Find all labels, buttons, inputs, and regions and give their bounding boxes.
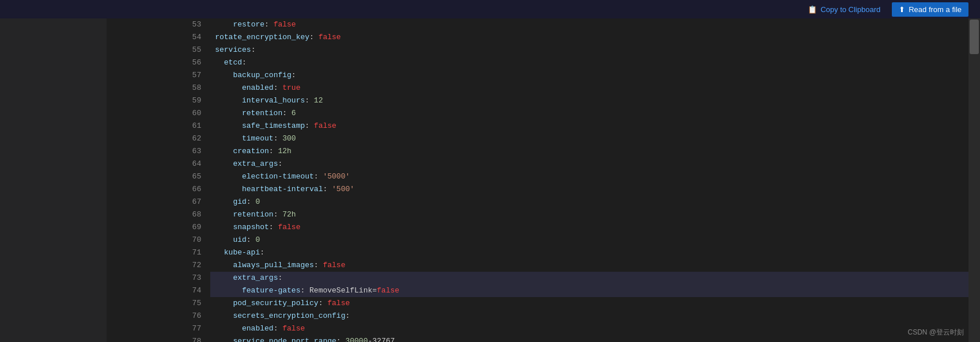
line-content: extra_args: xyxy=(210,272,968,284)
line-content: election-timeout: '5000' xyxy=(210,170,968,183)
upload-icon: ⬆ xyxy=(899,5,905,14)
line-number: 74 xyxy=(107,284,210,297)
line-number: 67 xyxy=(107,196,210,208)
line-number: 71 xyxy=(107,246,210,259)
read-from-file-button[interactable]: ⬆ Read from a file xyxy=(892,2,968,17)
line-content: services: xyxy=(210,44,968,56)
code-content: 53 restore: false54rotate_encryption_key… xyxy=(107,18,968,342)
table-row: 69 snapshot: false xyxy=(107,221,968,234)
table-row: 71 kube-api: xyxy=(107,246,968,259)
line-content: restore: false xyxy=(210,18,968,31)
line-number: 69 xyxy=(107,221,210,234)
table-row: 62 timeout: 300 xyxy=(107,132,968,145)
line-number: 53 xyxy=(107,18,210,31)
table-row: 73 extra_args: xyxy=(107,272,968,284)
line-number: 77 xyxy=(107,322,210,335)
line-number: 56 xyxy=(107,56,210,69)
table-row: 67 gid: 0 xyxy=(107,196,968,208)
line-content: service_node_port_range: 30000-32767 xyxy=(210,335,968,342)
table-row: 56 etcd: xyxy=(107,56,968,69)
line-content: pod_security_policy: false xyxy=(210,297,968,310)
table-row: 72 always_pull_images: false xyxy=(107,259,968,272)
table-row: 76 secrets_encryption_config: xyxy=(107,310,968,322)
scrollbar-track[interactable] xyxy=(968,18,980,342)
table-row: 68 retention: 72h xyxy=(107,208,968,221)
line-content: kube-api: xyxy=(210,246,968,259)
line-content: safe_timestamp: false xyxy=(210,120,968,132)
line-content: retention: 6 xyxy=(210,107,968,120)
line-number: 61 xyxy=(107,120,210,132)
line-number: 64 xyxy=(107,158,210,170)
line-content: interval_hours: 12 xyxy=(210,94,968,107)
table-row: 77 enabled: false xyxy=(107,322,968,335)
line-content: timeout: 300 xyxy=(210,132,968,145)
line-content: backup_config: xyxy=(210,69,968,82)
table-row: 59 interval_hours: 12 xyxy=(107,94,968,107)
line-number: 76 xyxy=(107,310,210,322)
code-table: 53 restore: false54rotate_encryption_key… xyxy=(107,18,968,342)
line-number: 60 xyxy=(107,107,210,120)
line-content: snapshot: false xyxy=(210,221,968,234)
line-content: etcd: xyxy=(210,56,968,69)
line-number: 68 xyxy=(107,208,210,221)
line-number: 55 xyxy=(107,44,210,56)
line-number: 59 xyxy=(107,94,210,107)
line-number: 65 xyxy=(107,170,210,183)
line-content: always_pull_images: false xyxy=(210,259,968,272)
line-number: 57 xyxy=(107,69,210,82)
table-row: 61 safe_timestamp: false xyxy=(107,120,968,132)
line-number: 62 xyxy=(107,132,210,145)
table-row: 54rotate_encryption_key: false xyxy=(107,31,968,44)
table-row: 65 election-timeout: '5000' xyxy=(107,170,968,183)
line-content: creation: 12h xyxy=(210,145,968,158)
line-content: uid: 0 xyxy=(210,234,968,246)
table-row: 63 creation: 12h xyxy=(107,145,968,158)
line-number: 58 xyxy=(107,82,210,94)
line-content: gid: 0 xyxy=(210,196,968,208)
line-number: 63 xyxy=(107,145,210,158)
table-row: 75 pod_security_policy: false xyxy=(107,297,968,310)
line-content: extra_args: xyxy=(210,158,968,170)
copy-to-clipboard-button[interactable]: 📋 Copy to Clipboard xyxy=(803,3,885,16)
line-number: 75 xyxy=(107,297,210,310)
line-number: 70 xyxy=(107,234,210,246)
code-editor[interactable]: 53 restore: false54rotate_encryption_key… xyxy=(107,18,968,342)
line-content: feature-gates: RemoveSelfLink=false xyxy=(210,284,968,297)
line-number: 78 xyxy=(107,335,210,342)
table-row: 58 enabled: true xyxy=(107,82,968,94)
table-row: 57 backup_config: xyxy=(107,69,968,82)
clipboard-icon: 📋 xyxy=(808,5,817,14)
line-content: retention: 72h xyxy=(210,208,968,221)
line-number: 54 xyxy=(107,31,210,44)
toolbar: 📋 Copy to Clipboard ⬆ Read from a file xyxy=(0,0,980,18)
line-number: 72 xyxy=(107,259,210,272)
scrollbar-thumb[interactable] xyxy=(970,20,979,54)
line-content: enabled: false xyxy=(210,322,968,335)
table-row: 55services: xyxy=(107,44,968,56)
watermark: CSDN @登云时刻 xyxy=(907,328,964,337)
table-row: 53 restore: false xyxy=(107,18,968,31)
line-content: heartbeat-interval: '500' xyxy=(210,183,968,196)
copy-label: Copy to Clipboard xyxy=(820,5,880,14)
table-row: 64 extra_args: xyxy=(107,158,968,170)
table-row: 60 retention: 6 xyxy=(107,107,968,120)
read-label: Read from a file xyxy=(909,5,962,14)
table-row: 66 heartbeat-interval: '500' xyxy=(107,183,968,196)
line-content: rotate_encryption_key: false xyxy=(210,31,968,44)
table-row: 78 service_node_port_range: 30000-32767 xyxy=(107,335,968,342)
line-content: secrets_encryption_config: xyxy=(210,310,968,322)
table-row: 70 uid: 0 xyxy=(107,234,968,246)
line-content: enabled: true xyxy=(210,82,968,94)
line-number: 73 xyxy=(107,272,210,284)
table-row: 74 feature-gates: RemoveSelfLink=false xyxy=(107,284,968,297)
sidebar-panel xyxy=(0,18,107,342)
line-number: 66 xyxy=(107,183,210,196)
